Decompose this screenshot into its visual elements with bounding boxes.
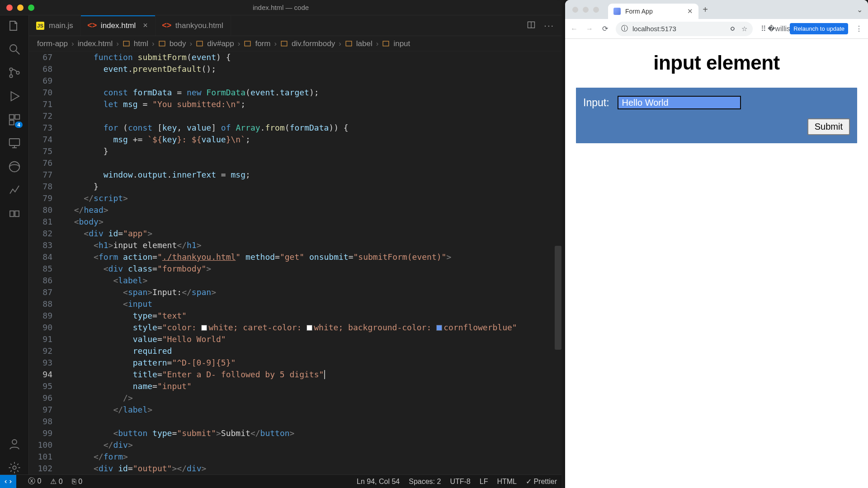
run-debug-icon[interactable] [8,89,21,103]
status-encoding[interactable]: UTF-8 [450,478,470,486]
breadcrumb-item[interactable]: div#app [207,39,234,48]
code-line[interactable]: 90 style="color: white; caret-color: whi… [29,322,561,333]
code-line[interactable]: 95 name="input" [29,380,561,392]
line-content[interactable]: <label> [64,275,561,286]
code-line[interactable]: 87 <span>Input:</span> [29,286,561,298]
remote-indicator[interactable] [0,475,16,488]
code-line[interactable]: 91 value="Hello World" [29,333,561,345]
line-content[interactable]: event.preventDefault(); [64,63,561,75]
line-content[interactable]: <div id="app"> [64,228,561,239]
line-content[interactable]: <span>Input:</span> [64,286,561,298]
line-content[interactable]: } [64,181,561,192]
containers-icon[interactable] [8,207,21,221]
code-line[interactable]: 82 <div id="app"> [29,228,561,239]
reload-button[interactable]: ⟳ [600,24,609,33]
code-line[interactable]: 101 </form> [29,451,561,463]
code-line[interactable]: 97 </label> [29,404,561,416]
tabs-dropdown-icon[interactable]: ⌄ [857,5,863,14]
settings-gear-icon[interactable] [8,461,21,474]
code-line[interactable]: 78 } [29,181,561,192]
line-content[interactable]: <h1>input element</h1> [64,239,561,251]
status-language[interactable]: HTML [497,478,517,486]
code-editor[interactable]: 67 function submitForm(event) {68 event.… [29,52,561,474]
minimize-window-button[interactable] [17,5,24,11]
line-content[interactable]: <input [64,298,561,310]
code-line[interactable]: 77 window.output.innerText = msg; [29,169,561,181]
explorer-icon[interactable] [8,19,21,33]
more-actions-icon[interactable]: ··· [544,20,554,31]
bookmark-icon[interactable]: ☆ [741,25,747,33]
search-icon[interactable] [8,42,21,56]
line-content[interactable]: /> [64,392,561,404]
line-content[interactable]: </script> [64,192,561,204]
breadcrumb-item[interactable]: label [356,39,373,48]
line-content[interactable]: value="Hello World" [64,333,561,345]
code-line[interactable]: 85 <div class="formbody"> [29,263,561,275]
line-content[interactable]: </form> [64,451,561,463]
line-content[interactable]: </label> [64,404,561,416]
line-content[interactable]: <body> [64,216,561,228]
code-line[interactable]: 73 for (const [key, value] of Array.from… [29,122,561,134]
editor-tab[interactable]: JSmain.js [29,15,81,36]
line-content[interactable]: msg += `${key}: ${value}\n`; [64,134,561,145]
line-content[interactable]: title="Enter a D- followed by 5 digits" [64,369,561,380]
close-tab-icon[interactable]: ✕ [687,7,693,15]
line-content[interactable]: <form action="./thankyou.html" method="g… [64,251,561,263]
status-eol[interactable]: LF [480,478,488,486]
browser-tab[interactable]: Form App ✕ [608,4,698,19]
code-line[interactable]: 94 title="Enter a D- followed by 5 digit… [29,369,561,380]
line-content[interactable]: } [64,145,561,157]
line-content[interactable]: required [64,345,561,357]
status-warnings[interactable]: ⚠ 0 [50,477,62,486]
line-content[interactable]: pattern="^D-[0-9]{5}" [64,357,561,369]
code-line[interactable]: 98 [29,416,561,427]
code-line[interactable]: 70 const formData = new FormData(event.t… [29,87,561,99]
breadcrumb-item[interactable]: form [255,39,270,48]
code-line[interactable]: 93 pattern="^D-[0-9]{5}" [29,357,561,369]
graph-icon[interactable] [8,183,21,197]
address-bar[interactable]: ⓘ localhost:5173 ⭘ ☆ [616,22,753,36]
line-content[interactable]: <button type="submit">Submit</button> [64,427,561,439]
breadcrumb-item[interactable]: div.formbody [292,39,335,48]
line-content[interactable] [64,157,561,169]
browser-minimize-button[interactable] [583,7,589,13]
scrollbar-thumb[interactable] [555,246,561,350]
code-line[interactable]: 86 <label> [29,275,561,286]
code-line[interactable]: 71 let msg = "You submitted:\n"; [29,99,561,110]
code-line[interactable]: 99 <button type="submit">Submit</button> [29,427,561,439]
line-content[interactable]: for (const [key, value] of Array.from(fo… [64,122,561,134]
line-content[interactable]: function submitForm(event) { [64,52,561,63]
extensions-icon[interactable]: 4 [8,113,21,127]
line-content[interactable] [64,75,561,87]
remote-explorer-icon[interactable] [8,136,21,150]
line-content[interactable]: <div id="output"></div> [64,463,561,474]
code-line[interactable]: 74 msg += `${key}: ${value}\n`; [29,134,561,145]
extensions-menu-icon[interactable]: ⠿ [759,24,768,33]
text-input[interactable] [618,96,741,109]
line-content[interactable] [64,416,561,427]
breadcrumb-item[interactable]: body [170,39,186,48]
status-spaces[interactable]: Spaces: 2 [409,478,441,486]
forward-button[interactable]: → [585,24,594,33]
breadcrumb-item[interactable]: form-app [37,39,68,48]
breadcrumb-item[interactable]: input [393,39,410,48]
profile-icon[interactable]: �willis [774,24,783,33]
line-content[interactable]: const formData = new FormData(event.targ… [64,87,561,99]
editor-tab[interactable]: <>index.html× [81,15,156,36]
line-content[interactable]: name="input" [64,380,561,392]
relaunch-button[interactable]: Relaunch to update [790,23,848,34]
status-ports[interactable]: ⎘ 0 [72,478,82,486]
code-line[interactable]: 68 event.preventDefault(); [29,63,561,75]
status-cursor[interactable]: Ln 94, Col 54 [357,478,400,486]
browser-menu-icon[interactable]: ⋮ [854,24,863,33]
source-control-icon[interactable] [8,66,21,80]
code-line[interactable]: 76 [29,157,561,169]
line-content[interactable] [64,110,561,122]
code-line[interactable]: 96 /> [29,392,561,404]
code-line[interactable]: 69 [29,75,561,87]
submit-button[interactable]: Submit [807,118,850,135]
line-content[interactable]: style="color: white; caret-color: white;… [64,322,561,333]
back-button[interactable]: ← [570,24,579,33]
close-tab-icon[interactable]: × [143,21,148,30]
line-content[interactable]: type="text" [64,310,561,322]
